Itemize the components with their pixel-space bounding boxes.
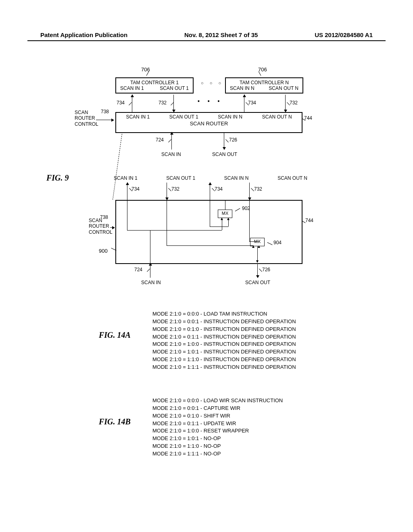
wire (249, 241, 259, 242)
src2-l3: CONTROL (89, 229, 113, 235)
header-left: Patent Application Publication (40, 31, 127, 38)
mode-line: MODE 2:1:0 = 1:1:0 - NO-OP (152, 443, 283, 450)
mode-line: MODE 2:1:0 = 1:1:1 - INSTRUCTION DEFINED… (152, 364, 296, 371)
wire (210, 200, 210, 227)
arrow-c732-b (249, 183, 250, 200)
mux-904: MX (250, 238, 265, 246)
mode-line: MODE 2:1:0 = 0:1:0 - SHIFT WIR (152, 412, 283, 420)
figure-14b-list: MODE 2:1:0 = 0:0:0 - LOAD WIR SCAN INSTR… (152, 397, 283, 458)
figure-14a-label: FIG. 14A (99, 330, 131, 340)
mode-line: MODE 2:1:0 = 0:0:1 - CAPTURE WIR (152, 405, 283, 412)
mode-line: MODE 2:1:0 = 0:1:0 - INSTRUCTION DEFINED… (152, 326, 296, 333)
router-port-outN: SCAN OUT N (262, 114, 292, 120)
detail-callout-dashed-line (113, 134, 122, 200)
mux-top-port-labels: SCAN IN 1 SCAN OUT 1 SCAN IN N SCAN OUT … (114, 175, 307, 181)
tam-n-scan-in: SCAN IN N (230, 85, 254, 91)
tam-1-title: TAM CONTROLLER 1 (120, 80, 189, 85)
scan-in-label-lower: SCAN IN (141, 280, 161, 285)
mode-line: MODE 2:1:0 = 1:0:1 - NO-OP (152, 435, 283, 443)
arrow-c734-b (210, 183, 210, 200)
mode-line: MODE 2:1:0 = 1:0:0 - INSTRUCTION DEFINED… (152, 341, 296, 348)
router-port-in1: SCAN IN 1 (126, 114, 150, 120)
arrow-726-scan-out (224, 132, 224, 150)
page-header: Patent Application Publication Nov. 8, 2… (0, 31, 413, 38)
src2-l2: ROUTER (89, 223, 109, 229)
scan-router-control-label-2: SCAN ROUTER CONTROL (89, 218, 113, 235)
mode-line: MODE 2:1:0 = 0:1:1 - UPDATE WIR (152, 420, 283, 428)
ref-738-lower: 738 (100, 214, 108, 220)
tam-n-scan-out: SCAN OUT N (269, 85, 298, 91)
mux-port-out1: SCAN OUT 1 (166, 175, 195, 181)
wire (225, 200, 225, 210)
ref-726-lower: 726 (262, 267, 270, 272)
figure-9-label: FIG. 9 (46, 173, 69, 183)
wire (210, 227, 228, 227)
arrow-c732-a (167, 183, 167, 200)
wire (167, 245, 254, 246)
tam-n-title: TAM CONTROLLER N (230, 80, 298, 85)
arrow-732-tamn-out (285, 95, 286, 112)
arrow-726-lower (257, 263, 258, 278)
mux-902: MX (218, 210, 232, 218)
scan-router-title: SCAN ROUTER (116, 120, 302, 127)
leader-732-d (251, 188, 254, 191)
ref-732-b: 732 (290, 100, 298, 106)
arrow-724-lower (150, 263, 150, 278)
scan-router-detail-box (115, 200, 302, 264)
scan-in-label-upper: SCAN IN (161, 152, 181, 157)
wire (167, 200, 167, 245)
ref-734-b: 734 (248, 100, 256, 106)
leader-724-lower (147, 269, 150, 272)
ellipsis-circles-icon: ○ ○ ○ (201, 81, 223, 85)
scan-router-box: SCAN IN 1 SCAN OUT 1 SCAN IN N SCAN OUT … (115, 112, 302, 133)
ref-734-c: 734 (131, 186, 140, 192)
tam-controller-1: TAM CONTROLLER 1 SCAN IN 1 SCAN OUT 1 (115, 77, 194, 94)
arrow-724-scan-in (171, 132, 172, 150)
ref-732-c: 732 (171, 186, 179, 192)
scan-router-control-label: SCAN ROUTER CONTROL (75, 110, 98, 127)
ref-732-d: 732 (254, 186, 262, 192)
leader-724-upper (168, 139, 171, 143)
ref-900: 900 (99, 248, 108, 254)
src-arrow-2 (110, 227, 115, 228)
src-arrow-1 (96, 120, 114, 120)
ref-706-right: 706 (258, 66, 267, 73)
mode-line: MODE 2:1:0 = 0:0:1 - INSTRUCTION DEFINED… (152, 318, 296, 326)
wire-arrow (222, 218, 222, 230)
src-l1: SCAN (75, 110, 88, 115)
ref-726-upper: 726 (229, 137, 237, 143)
header-rule (27, 40, 386, 41)
arrow-c734-a (127, 183, 127, 200)
wire-arrow (228, 218, 229, 227)
src-l2: ROUTER (75, 115, 95, 121)
arrow-734-tamn-in (244, 95, 244, 112)
ref-744-lower: 744 (305, 218, 313, 223)
leader-734-a (129, 102, 132, 106)
mode-line: MODE 2:1:0 = 1:1:1 - NO-OP (152, 450, 283, 458)
wire (127, 230, 150, 231)
router-port-out1: SCAN OUT 1 (169, 114, 198, 120)
mux-port-inN: SCAN IN N (224, 175, 249, 181)
ref-732-a: 732 (159, 100, 167, 106)
ref-734-a: 734 (117, 100, 125, 106)
leader-726-upper (225, 139, 229, 143)
scan-out-label-upper: SCAN OUT (212, 152, 237, 157)
src-l3: CONTROL (75, 121, 98, 127)
ref-738-upper: 738 (101, 109, 109, 114)
figure-14a-list: MODE 2:1:0 = 0:0:0 - LOAD TAM INSTRUCTIO… (152, 310, 296, 371)
tam-1-scan-out: SCAN OUT 1 (160, 85, 189, 91)
arrowhead-icon (258, 245, 260, 248)
arrowhead-icon (252, 245, 254, 248)
leader-732-c (168, 188, 171, 191)
header-right: US 2012/0284580 A1 (315, 31, 373, 38)
ellipsis-dots-icon: • • • (198, 98, 223, 104)
mode-line: MODE 2:1:0 = 1:1:0 - INSTRUCTION DEFINED… (152, 356, 296, 364)
tam-controller-n: TAM CONTROLLER N SCAN IN N SCAN OUT N (225, 77, 303, 94)
ref-734-d: 734 (215, 186, 223, 192)
arrow-732-tam1-out (173, 95, 174, 112)
page: Patent Application Publication Nov. 8, 2… (0, 0, 413, 532)
figure-14b-label: FIG. 14B (99, 417, 131, 426)
ref-724-lower: 724 (134, 267, 142, 272)
mux-port-outN: SCAN OUT N (277, 175, 307, 181)
wire (249, 200, 250, 241)
